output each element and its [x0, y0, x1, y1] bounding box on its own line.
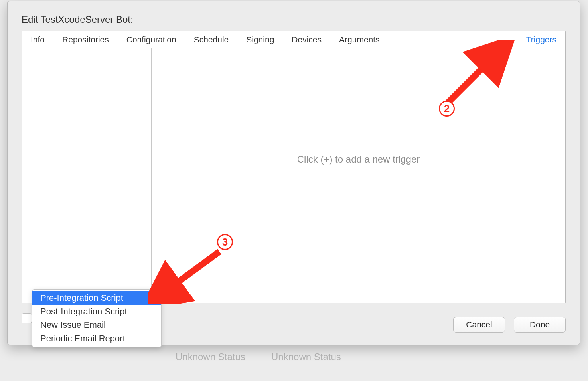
menu-item-periodic-email-report[interactable]: Periodic Email Report [32, 332, 161, 345]
annotation-callout-3: 3 [217, 234, 233, 250]
annotation-number-2: 2 [444, 103, 450, 115]
annotation-callout-2: 2 [439, 101, 455, 117]
dialog-panel: Info Repositories Configuration Schedule… [22, 31, 566, 303]
tab-devices[interactable]: Devices [283, 31, 330, 48]
triggers-mainpane: Click (+) to add a new trigger [152, 48, 565, 303]
menu-item-new-issue-email[interactable]: New Issue Email [32, 318, 161, 332]
bg-unknown-status: Unknown Status [176, 351, 245, 363]
tab-triggers[interactable]: Triggers [517, 31, 565, 48]
content-area: Click (+) to add a new trigger [22, 48, 565, 303]
tab-configuration[interactable]: Configuration [118, 31, 185, 48]
add-trigger-menu: Pre-Integration Script Post-Integration … [32, 289, 162, 347]
add-trigger-button[interactable] [22, 313, 32, 323]
menu-item-post-integration-script[interactable]: Post-Integration Script [32, 305, 161, 318]
tab-arguments[interactable]: Arguments [330, 31, 389, 48]
tab-signing[interactable]: Signing [237, 31, 283, 48]
triggers-sidebar [22, 48, 152, 303]
tab-info[interactable]: Info [22, 31, 53, 48]
menu-item-pre-integration-script[interactable]: Pre-Integration Script [32, 291, 161, 305]
annotation-number-3: 3 [222, 236, 228, 248]
empty-placeholder: Click (+) to add a new trigger [297, 154, 420, 165]
tab-bar: Info Repositories Configuration Schedule… [22, 31, 565, 48]
done-button[interactable]: Done [514, 317, 566, 333]
bg-unknown-status: Unknown Status [271, 351, 341, 363]
tab-schedule[interactable]: Schedule [185, 31, 238, 48]
tab-repositories[interactable]: Repositories [53, 31, 118, 48]
cancel-button[interactable]: Cancel [453, 317, 505, 333]
dialog-button-row: Cancel Done [453, 317, 566, 333]
dialog-title: Edit TestXcodeServer Bot: [22, 14, 133, 25]
